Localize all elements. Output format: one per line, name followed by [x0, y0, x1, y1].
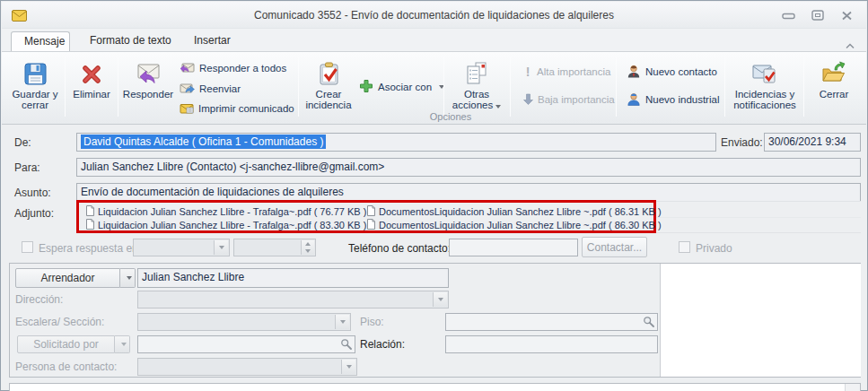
asunto-label: Asunto: [14, 187, 51, 199]
industrial-person-icon [627, 92, 641, 108]
dropdown-caret-icon[interactable] [120, 268, 136, 288]
crear-incidencia-button[interactable]: Crear incidencia [302, 56, 355, 120]
para-label: Para: [14, 161, 40, 174]
close-folder-icon [820, 56, 847, 86]
magnifier-icon[interactable] [340, 338, 353, 353]
relacion-label: Relación: [360, 338, 405, 351]
para-field[interactable]: Julian Sanchez Llibre (Contacto) <j-sanc… [76, 158, 861, 177]
message-body-panel[interactable] [9, 383, 861, 391]
solicitado-por-split-button: Solicitado por [17, 335, 130, 353]
tab-formato-de-texto[interactable]: Formato de texto [77, 31, 184, 51]
de-label: De: [14, 136, 31, 149]
escalera-seccion-label: Escalera/ Sección: [15, 316, 104, 328]
asociar-con-button[interactable]: Asociar con [355, 78, 448, 96]
restore-button[interactable] [811, 10, 825, 21]
print-envelope-icon [180, 102, 194, 116]
relacion-field[interactable] [445, 335, 658, 353]
responder-button[interactable]: Responder [122, 56, 174, 120]
attachments-annotation-red-box: Liquidacion Julian Sanchez Llibre - Traf… [76, 200, 656, 233]
espera-respuesta-checkbox [22, 241, 33, 253]
close-button[interactable] [839, 10, 854, 21]
combo-caret-icon [433, 292, 447, 307]
asunto-field[interactable]: Envío de documentación de liquidaciones … [76, 183, 861, 202]
piso-label: Piso: [360, 316, 384, 328]
ribbon-separator [298, 57, 299, 117]
combo-caret-icon [214, 240, 228, 255]
combo-caret-icon [341, 360, 355, 374]
attachment-row-lines [656, 201, 861, 233]
titlebar: Comunicado 3552 - Envío de documentación… [2, 2, 866, 29]
high-importance-exclamation-icon: ! [523, 65, 532, 79]
attachment-item[interactable]: Liquidacion Julian Sanchez Llibre - Traf… [86, 205, 366, 218]
save-icon [23, 56, 48, 86]
contact-person-icon [627, 65, 641, 80]
reply-all-icon [180, 62, 195, 75]
body-scrollbar[interactable] [845, 384, 860, 391]
ribbon-separator [65, 57, 66, 117]
magnifier-icon[interactable] [643, 316, 655, 331]
minimize-button[interactable] [782, 10, 796, 21]
arrendador-button-label: Arrendador [15, 268, 120, 288]
pdf-document-icon [86, 205, 94, 218]
persona-contacto-label: Persona de contacto: [15, 361, 117, 373]
actions-list-icon [464, 56, 489, 86]
reenviar-button[interactable]: Reenviar [176, 80, 244, 98]
tab-insertar[interactable]: Insertar [181, 31, 243, 51]
notes-white-panel[interactable] [660, 264, 861, 377]
adjunto-label: Adjunto: [14, 207, 54, 220]
baja-importancia-button: Baja importancia [520, 91, 618, 109]
ribbon-group-opciones-label: Opciones [361, 111, 540, 122]
persona-contacto-combo [137, 358, 357, 376]
ribbon-separator [803, 57, 804, 117]
pdf-document-icon [367, 205, 375, 218]
incidencias-y-notificaciones-button[interactable]: Incidencias y notificaciones [728, 56, 802, 120]
delete-x-icon [80, 56, 103, 86]
forward-icon [180, 83, 195, 96]
dropdown-caret-icon [115, 335, 130, 353]
de-field[interactable]: David Quintas Alcalde ( Oficina 1 - Comu… [76, 133, 716, 152]
alta-importancia-button: ! Alta importancia [520, 63, 614, 81]
piso-field[interactable] [445, 313, 658, 331]
window-title: Comunicado 3552 - Envío de documentación… [2, 9, 866, 22]
cerrar-button[interactable]: Cerrar [808, 56, 860, 120]
de-value-selected: David Quintas Alcalde ( Oficina 1 - Comu… [81, 135, 326, 149]
espera-respuesta-label: Espera respuesta en: [39, 242, 141, 255]
direccion-combo [137, 291, 449, 308]
solicitado-por-button-label: Solicitado por [17, 335, 115, 353]
privado-checkbox [679, 241, 690, 253]
pdf-document-icon [367, 219, 375, 231]
ribbon: Guardar y cerrar Eliminar Responder Resp… [2, 51, 866, 125]
ribbon-separator [616, 57, 617, 117]
reply-envelope-icon [135, 56, 162, 86]
arrendador-value-field[interactable]: Julian Sanchez Llibre [137, 268, 449, 288]
ribbon-separator [443, 57, 444, 117]
guardar-y-cerrar-button[interactable]: Guardar y cerrar [9, 56, 61, 120]
enviado-label: Enviado: [721, 136, 763, 149]
comunicado-window: Comunicado 3552 - Envío de documentación… [0, 0, 868, 391]
nuevo-contacto-button[interactable]: Nuevo contacto [623, 63, 721, 81]
nuevo-industrial-button[interactable]: Nuevo industrial [623, 91, 723, 109]
eliminar-button[interactable]: Eliminar [68, 56, 115, 120]
clipboard-check-icon [317, 56, 341, 86]
solicitado-por-field[interactable] [137, 335, 355, 353]
imprimir-comunicado-button[interactable]: Imprimir comunicado [176, 100, 298, 117]
spinner-arrows-icon [301, 240, 314, 255]
espera-respuesta-combo [133, 239, 230, 256]
attachment-item[interactable]: Liquidacion Julian Sanchez Llibre - Traf… [86, 219, 366, 231]
combo-caret-icon [335, 315, 349, 329]
responder-a-todos-button[interactable]: Responder a todos [176, 59, 290, 77]
ribbon-separator [510, 57, 511, 117]
telefono-contacto-label: Teléfono de contacto: [348, 242, 451, 255]
direccion-label: Dirección: [15, 293, 63, 306]
telefono-contacto-field[interactable] [449, 239, 578, 256]
green-plus-icon [359, 79, 373, 95]
arrendador-split-button[interactable]: Arrendador [15, 268, 136, 288]
dropdown-caret-icon [495, 105, 501, 109]
message-form: De: David Quintas Alcalde ( Oficina 1 - … [2, 125, 866, 390]
attachment-item[interactable]: DocumentosLiquidacion Julian Sanchez Lli… [367, 205, 662, 218]
arrendador-groupbox: Arrendador Julian Sanchez Llibre Direcci… [9, 263, 861, 378]
low-importance-arrow-icon [523, 93, 533, 107]
tab-mensaje[interactable]: Mensaje [11, 31, 70, 51]
incidents-envelope-check-icon [751, 56, 778, 86]
attachment-item[interactable]: DocumentosLiquidacion Julian Sanchez Lli… [367, 219, 662, 231]
